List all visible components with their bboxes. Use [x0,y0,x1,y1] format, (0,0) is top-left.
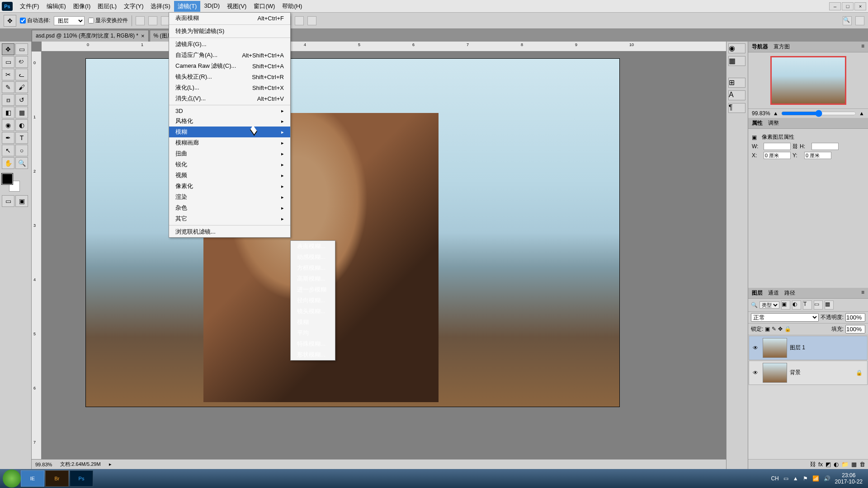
align-icon[interactable] [148,16,157,25]
adjustment-icon[interactable]: ◐ [834,461,839,468]
tab-layers[interactable]: 图层 [752,289,763,297]
crop-tool[interactable]: ✂ [2,69,14,80]
marquee-tool[interactable]: ▭ [2,56,14,68]
tray-flag-icon[interactable]: ⚑ [803,475,808,482]
menu-item[interactable]: 镜头校正(R)...Shift+Ctrl+R [169,71,290,82]
panel-menu-icon[interactable]: ≡ [861,289,864,297]
ime-indicator[interactable]: CH [771,475,778,482]
menu-item[interactable]: 滤镜库(G)... [169,39,290,50]
zoom-slider[interactable] [781,110,857,117]
layer-thumbnail[interactable] [763,363,787,383]
opacity-field[interactable] [845,313,865,322]
auto-select-target[interactable]: 图层 [54,16,85,25]
color-swatches[interactable] [2,174,20,192]
taskbar-app-photoshop[interactable]: Ps [70,470,93,487]
menu-图像[interactable]: 图像(I) [70,1,94,12]
menu-item[interactable]: 模糊画廊 [169,137,290,148]
link-layers-icon[interactable]: ⛓ [810,461,816,468]
menu-帮助[interactable]: 帮助(H) [278,1,306,12]
submenu-item[interactable]: 动感模糊... [291,252,335,263]
x-field[interactable] [764,152,791,159]
menu-文字[interactable]: 文字(Y) [120,1,147,12]
tray-icon[interactable]: ▲ [793,475,798,482]
fx-icon[interactable]: fx [818,461,823,468]
tray-volume-icon[interactable]: 🔊 [824,475,830,482]
tab-paths[interactable]: 路径 [784,289,795,297]
panel-icon[interactable]: ◉ [728,43,745,53]
fill-field[interactable] [845,325,865,333]
path-tool[interactable]: ↖ [2,145,14,156]
layer-thumbnail[interactable] [763,338,787,358]
search-icon[interactable]: 🔍 [843,16,852,25]
shape-tool[interactable]: ○ [15,145,28,156]
lock-icon[interactable]: 🔒 [784,326,791,332]
taskbar-app-bridge[interactable]: Br [45,470,69,487]
lock-all-icon[interactable]: ✥ [778,326,783,332]
filter-pixel-icon[interactable]: ▣ [781,300,790,310]
filter-smart-icon[interactable]: ▦ [825,300,834,310]
menu-编辑[interactable]: 编辑(E) [43,1,70,12]
tab-adjustments[interactable]: 调整 [768,119,779,127]
panel-icon[interactable]: ¶ [728,103,745,113]
menu-item[interactable]: 渲染 [169,192,290,202]
submenu-item[interactable]: 形状模糊... [291,349,335,360]
blend-mode-select[interactable]: 正常 [751,313,819,322]
submenu-item[interactable]: 方框模糊... [291,263,335,273]
mask-icon[interactable]: ◩ [826,461,831,468]
document-tab[interactable]: asd.psd @ 110% (亮度/对比度 1, RGB/8) *× [32,30,149,42]
menu-item[interactable]: 浏览联机滤镜... [169,226,290,237]
lock-position-icon[interactable]: ✎ [772,326,776,332]
zoom-tool[interactable]: 🔍 [15,157,28,169]
menu-item[interactable]: 模糊表面模糊...动感模糊...方框模糊...高斯模糊...进一步模糊径向模糊.… [169,127,290,137]
start-button[interactable] [3,469,21,488]
menu-窗口[interactable]: 窗口(W) [250,1,278,12]
move-tool[interactable]: ✥ [2,43,14,55]
healing-tool[interactable]: ✎ [2,81,14,93]
submenu-item[interactable]: 平均 [291,328,335,338]
submenu-item[interactable]: 特殊模糊... [291,338,335,349]
pen-tool[interactable]: ✒ [2,132,14,144]
submenu-item[interactable]: 模糊 [291,317,335,328]
brush-tool[interactable]: 🖌 [15,81,28,93]
align-icon[interactable] [136,16,145,25]
menu-item[interactable]: 自适应广角(A)...Alt+Shift+Ctrl+A [169,50,290,61]
width-field[interactable] [764,143,791,150]
submenu-item[interactable]: 径向模糊... [291,295,335,306]
minimize-button[interactable]: – [829,2,841,10]
filter-adjust-icon[interactable]: ◐ [792,300,801,310]
menu-选择[interactable]: 选择(S) [147,1,174,12]
menu-文件[interactable]: 文件(F) [16,1,43,12]
menu-item[interactable]: 转换为智能滤镜(S) [169,26,290,37]
show-transform-checkbox[interactable]: 显示变换控件 [88,17,128,24]
eraser-tool[interactable]: ◧ [2,107,14,118]
filter-kind-select[interactable]: 类型 [760,301,779,309]
3d-icon[interactable] [295,16,304,25]
layer-row[interactable]: 👁背景🔒 [749,361,868,385]
submenu-item[interactable]: 表面模糊... [291,241,335,252]
link-icon[interactable]: ⛓ [793,143,798,150]
taskbar-app-ie[interactable]: IE [21,470,44,487]
workspace-icon[interactable] [855,16,864,25]
visibility-icon[interactable]: 👁 [751,345,760,351]
filter-shape-icon[interactable]: ▭ [814,300,823,310]
menu-item[interactable]: 3D [169,106,290,116]
zoom-out-icon[interactable]: ▲ [773,110,778,117]
blur-tool[interactable]: ◉ [2,119,14,131]
submenu-item[interactable]: 进一步模糊 [291,284,335,295]
menu-图层[interactable]: 图层(L) [94,1,120,12]
gradient-tool[interactable]: ▦ [15,107,28,118]
status-arrow-icon[interactable]: ▸ [109,461,112,467]
tray-network-icon[interactable]: 📶 [812,475,819,482]
menu-item[interactable]: 扭曲 [169,148,290,159]
tray-icon[interactable]: ▭ [783,475,788,482]
screen-mode-icon[interactable]: ▣ [15,195,28,207]
auto-select-checkbox[interactable]: 自动选择: [20,17,50,24]
menu-滤镜[interactable]: 滤镜(T) [174,1,201,12]
panel-icon[interactable]: ▦ [728,56,745,66]
new-layer-icon[interactable]: ▦ [851,461,857,468]
menu-item[interactable]: 表面模糊Alt+Ctrl+F [169,13,290,23]
maximize-button[interactable]: □ [842,2,854,10]
filter-type-icon[interactable]: T [803,300,812,310]
menu-item[interactable]: 杂色 [169,202,290,213]
submenu-item[interactable]: 高斯模糊... [291,273,335,284]
